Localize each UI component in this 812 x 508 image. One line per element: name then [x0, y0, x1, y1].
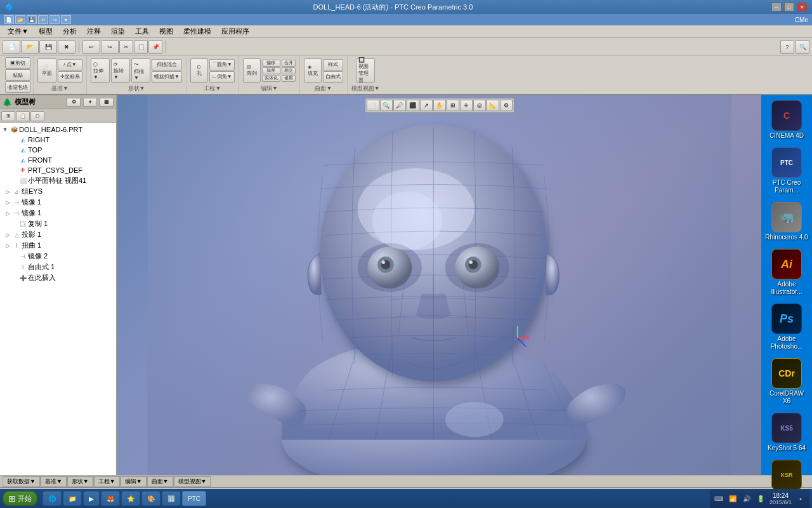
save-qa-button[interactable]: 💾 — [27, 15, 37, 24]
tree-item-copy1[interactable]: ⿴ 复制 1 — [1, 218, 115, 229]
strip-btn-datum[interactable]: 基准▼ — [41, 476, 67, 487]
menu-tools[interactable]: 工具 — [130, 25, 154, 37]
menu-file[interactable]: 文件▼ — [3, 25, 34, 37]
strip-btn-modelview[interactable]: 模型视图▼ — [174, 476, 211, 487]
merge-btn[interactable]: 合并 — [282, 60, 296, 67]
show-desktop[interactable]: ▪ — [796, 493, 806, 504]
tree-item-right[interactable]: ◭ RIGHT — [1, 135, 115, 145]
3d-viewport[interactable]: ⬜ 🔍 🔎 ⬛ ↗ ✋ ⊞ ✛ ◎ 📐 ⚙ — [117, 95, 761, 475]
model-tree-content[interactable]: ▼ 📦 DOLL_HEAD-6.PRT ◭ RIGHT ◭ TOP ◭ FRON… — [0, 123, 116, 475]
view-manage-btn[interactable]: 🔲视图管理器 — [356, 58, 375, 83]
menu-model[interactable]: 模型 — [34, 25, 58, 37]
sweep-blend-btn[interactable]: 扫描混合 — [152, 59, 182, 70]
redo-button[interactable]: ↪ — [101, 40, 119, 54]
save-button[interactable]: 💾 — [39, 40, 57, 54]
tree-item-front[interactable]: ◭ FRONT — [1, 155, 115, 165]
round-btn[interactable]: ⌒圆角▼ — [209, 59, 235, 70]
close-button[interactable]: ✕ — [797, 3, 807, 11]
strip-btn-surface[interactable]: 曲面▼ — [147, 476, 173, 487]
tree-item-csys[interactable]: ✛ PRT_CSYS_DEF — [1, 165, 115, 175]
solidify-btn[interactable]: 加厚 — [262, 67, 280, 74]
cinema4d-icon[interactable]: C CINEMA 4D — [764, 98, 809, 142]
minimize-button[interactable]: ─ — [771, 3, 782, 11]
new-button[interactable]: 📄 — [3, 40, 20, 54]
csys-btn[interactable]: ✛坐标系 — [58, 71, 82, 83]
search-button[interactable]: 🔍 — [796, 40, 809, 54]
maximize-button[interactable]: □ — [784, 3, 794, 11]
strip-btn-edit[interactable]: 编辑▼ — [121, 476, 147, 487]
clock[interactable]: 18:24 2015/6/1 — [769, 492, 792, 505]
display1-btn[interactable]: ◎ — [473, 100, 486, 111]
ptc-creo-icon[interactable]: PTC PTC Creo Param... — [764, 145, 809, 197]
section-btn[interactable]: ✛ — [460, 100, 473, 111]
help-button[interactable]: ? — [780, 40, 794, 54]
trim-btn2[interactable]: 修剪 — [282, 75, 296, 82]
sweep-btn[interactable]: 〜扫描▼ — [131, 58, 150, 83]
taskbar-fav[interactable]: ⭐ — [121, 491, 140, 506]
strip-btn-shape[interactable]: 形状▼ — [67, 476, 93, 487]
zoom-window-btn[interactable]: ⬛ — [407, 100, 419, 111]
revolve-btn[interactable]: ⟳旋转▼ — [111, 58, 130, 83]
redo-qa-button[interactable]: ↪ — [49, 15, 60, 24]
tree-item-sketch[interactable]: ⬜ 小平面特征 视图41 — [1, 175, 115, 186]
style-btn[interactable]: 样式 — [323, 59, 343, 70]
open-button[interactable]: 📂 — [21, 40, 39, 54]
paste-button[interactable]: 📌 — [148, 40, 162, 54]
tree-item-project1[interactable]: ▷ △ 投影 1 — [1, 229, 115, 240]
plane-button[interactable]: ⬜平面 — [37, 58, 56, 83]
orient-btn[interactable]: ⊞ — [447, 100, 459, 111]
tree-item-mirror3[interactable]: ⊣ 镜像 2 — [1, 251, 115, 262]
tree-item-top[interactable]: ◭ TOP — [1, 145, 115, 155]
keyshot5-icon[interactable]: KS5 KeyShot 5 64 — [764, 410, 809, 455]
mirror-btn[interactable]: 偏移 — [262, 60, 280, 67]
menu-view[interactable]: 视图 — [154, 25, 178, 37]
tree-expand-btn[interactable]: ▾ — [83, 98, 97, 107]
cut-button[interactable]: ✂ — [119, 40, 133, 54]
taskbar-media[interactable]: ▶ — [83, 491, 100, 506]
start-button[interactable]: ⊞ 开始 — [3, 491, 37, 506]
tree-item-freeform1[interactable]: ▷ ⌇ 扭曲 1 — [1, 240, 115, 251]
intersect-btn[interactable]: 实体化 — [262, 75, 280, 82]
taskbar-calc[interactable]: 🔢 — [162, 491, 181, 506]
display3-btn[interactable]: ⚙ — [500, 100, 513, 111]
taskbar-folder[interactable]: 📁 — [63, 491, 82, 506]
close-button2[interactable]: ✖ — [58, 40, 75, 54]
pan-btn[interactable]: ✋ — [433, 100, 446, 111]
tree-item-mirror1[interactable]: ▷ ⊣ 镜像 1 — [1, 197, 115, 208]
tree-item-root[interactable]: ▼ 📦 DOLL_HEAD-6.PRT — [1, 124, 115, 135]
tree-item-freeform2[interactable]: ⌇ 自由式 1 — [1, 262, 115, 272]
spiral-btn[interactable]: 螺旋扫描▼ — [152, 71, 182, 83]
taskbar-creo[interactable]: PTC — [182, 491, 206, 506]
freedrm-btn[interactable]: 自由式 — [323, 71, 343, 83]
undo-qa-button[interactable]: ↩ — [38, 15, 48, 24]
illustrator-icon[interactable]: Ai Adobe Illustrator... — [764, 246, 809, 298]
trim-btn[interactable]: 收缩包络 — [5, 81, 30, 93]
taskbar-paint[interactable]: 🎨 — [141, 491, 160, 506]
tree-item-insert[interactable]: ➕ 在此插入 — [1, 272, 115, 283]
menu-render[interactable]: 渲染 — [106, 25, 130, 37]
menu-analysis[interactable]: 分析 — [58, 25, 82, 37]
tree-filter-btn[interactable]: ▦ — [100, 98, 114, 107]
taskbar-firefox[interactable]: 🦊 — [101, 491, 120, 506]
extrude-btn[interactable]: ⬡拉伸▼ — [91, 58, 110, 83]
photoshop-icon[interactable]: Ps Adobe Photosho... — [764, 301, 809, 353]
menu-flex[interactable]: 柔性建模 — [178, 25, 216, 37]
rotate-btn[interactable]: ↗ — [420, 100, 433, 111]
hole-btn[interactable]: ⊙孔 — [190, 58, 208, 83]
zoom-fit-btn[interactable]: ⬜ — [367, 100, 379, 111]
tree-item-eyes[interactable]: ▷ ⊿ 组EYS — [1, 186, 115, 197]
tree-tb-btn2[interactable]: 📋 — [16, 111, 30, 121]
display2-btn[interactable]: 📐 — [487, 100, 499, 111]
zoom-out-btn[interactable]: 🔎 — [393, 100, 406, 111]
array-btn[interactable]: ⊞阵列 — [243, 58, 261, 83]
undo-button[interactable]: ↩ — [82, 40, 100, 54]
fill-btn[interactable]: ◈填充 — [304, 58, 322, 83]
coreldraw-icon[interactable]: CDr CorelDRAW X6 — [764, 356, 809, 408]
tree-settings-btn[interactable]: ⚙ — [67, 98, 81, 107]
more-qa-button[interactable]: ▾ — [61, 15, 71, 24]
menu-apps[interactable]: 应用程序 — [216, 25, 254, 37]
strip-btn-operations[interactable]: 获取数据▼ — [3, 476, 40, 487]
copy-button[interactable]: 📋 — [134, 40, 148, 54]
chamfer-btn[interactable]: ∟倒角▼ — [209, 71, 235, 83]
select-button[interactable]: ▣剪切 — [5, 57, 30, 69]
